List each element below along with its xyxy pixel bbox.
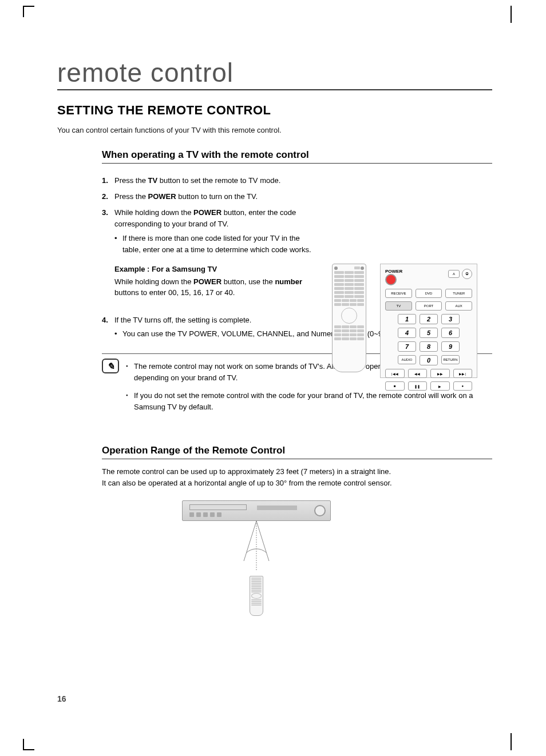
crop-mark-tr [511, 6, 512, 23]
rec-button: ● [453, 381, 473, 391]
step-number: 2. [102, 191, 114, 202]
step-text: While holding down the POWER button, ent… [114, 207, 319, 256]
receive-button: RECEIVE [385, 289, 412, 298]
page-number: 16 [57, 694, 66, 703]
chapter-title: remote control [57, 57, 492, 90]
svg-line-2 [256, 521, 269, 561]
note-icon: ✎ [102, 359, 119, 373]
bullet-icon: • [114, 233, 122, 256]
tuner-button: TUNER [445, 289, 472, 298]
stop-button: ■ [385, 381, 405, 391]
keypad-7: 7 [398, 341, 416, 352]
keypad-5: 5 [420, 328, 438, 338]
step-number: 3. [102, 207, 114, 256]
remote-illustrations: POWER A ⦿ RECEIVE DVD TUNER TV PORT [332, 264, 492, 378]
tv-button-icon: ⦿ [462, 269, 472, 279]
section-intro: You can control certain functions of you… [57, 126, 492, 134]
keypad-0: 0 [420, 355, 438, 365]
square-bullet-icon: ▪ [126, 390, 134, 413]
keypad-8: 8 [420, 341, 438, 352]
remote-top-zoom: POWER A ⦿ RECEIVE DVD TUNER TV PORT [380, 264, 477, 378]
tv-mode-button: TV [385, 301, 412, 311]
step-number: 4. [102, 315, 114, 340]
mini-remote-illustration [250, 576, 263, 616]
crop-mark-bl [23, 739, 34, 750]
square-bullet-icon: ▪ [126, 361, 134, 384]
keypad-6: 6 [441, 328, 460, 338]
example-text: While holding down the POWER button, use… [114, 276, 319, 299]
crop-mark-br [511, 733, 512, 750]
ir-cone-illustration [182, 521, 331, 576]
a-button: A [448, 270, 460, 278]
dvd-player-illustration [182, 500, 331, 521]
port-button: PORT [416, 301, 442, 311]
section-title: SETTING THE REMOTE CONTROL [57, 103, 492, 118]
steps-list: 1. Press the TV button to set the remote… [102, 175, 319, 299]
operation-range-title: Operation Range of the Remote Control [102, 445, 492, 459]
ff-button: ▶▶ [430, 369, 450, 378]
note-2: ▪ If you do not set the remote control w… [126, 390, 492, 413]
power-button-icon [385, 274, 397, 285]
keypad-1: 1 [398, 314, 416, 324]
step-2: 2. Press the POWER button to turn on the… [102, 191, 319, 202]
step-3: 3. While holding down the POWER button, … [102, 207, 319, 256]
step-1: 1. Press the TV button to set the remote… [102, 175, 319, 186]
page-content: remote control SETTING THE REMOTE CONTRO… [57, 57, 492, 616]
prev-button: |◀◀ [385, 369, 405, 378]
dvd-button: DVD [416, 289, 442, 298]
next-button: ▶▶| [453, 369, 473, 378]
aux-button: AUX [445, 301, 472, 311]
step-text: Press the TV button to set the remote to… [114, 175, 319, 186]
play-button: ▶ [430, 381, 450, 391]
step-3-bullet: • If there is more than one code listed … [114, 233, 319, 256]
power-label: POWER [385, 269, 402, 274]
keypad-4: 4 [398, 328, 416, 338]
audio-button: AUDIO [398, 355, 416, 364]
subsection-title: When operating a TV with the remote cont… [102, 149, 492, 164]
step-number: 1. [102, 175, 114, 186]
keypad-3: 3 [441, 314, 460, 324]
rew-button: ◀◀ [408, 369, 428, 378]
example-heading: Example : For a Samsung TV [114, 264, 319, 275]
operation-range-figure [182, 500, 331, 616]
keypad-9: 9 [441, 341, 460, 352]
svg-line-1 [244, 521, 256, 561]
subsection-tv-operation: When operating a TV with the remote cont… [102, 149, 492, 616]
remote-full-outline [332, 264, 366, 372]
keypad-2: 2 [420, 314, 438, 324]
example-block: Example : For a Samsung TV While holding… [114, 264, 319, 299]
pause-button: ❚❚ [408, 381, 428, 391]
operation-range-text: The remote control can be used up to app… [102, 466, 492, 489]
crop-mark-tl [23, 6, 34, 17]
bullet-icon: • [114, 328, 122, 340]
step-text: Press the POWER button to turn on the TV… [114, 191, 319, 202]
return-button: RETURN [441, 355, 460, 364]
